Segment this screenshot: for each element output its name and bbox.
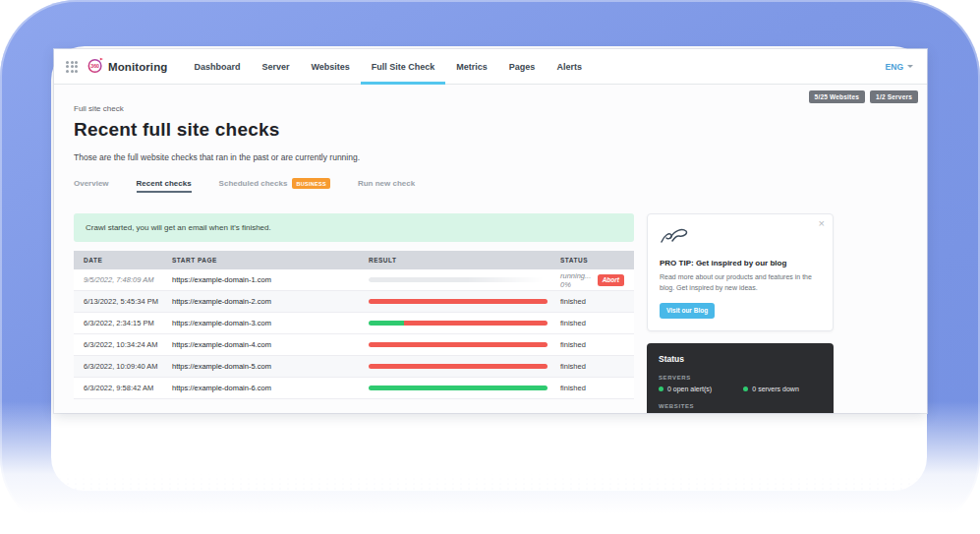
status-card-title: Status xyxy=(659,354,822,364)
checks-table: DATE START PAGE RESULT STATUS 9/5/2022, … xyxy=(74,251,634,399)
col-header-date: DATE xyxy=(84,257,172,264)
close-icon[interactable]: × xyxy=(819,217,825,229)
frame-bottom-fade xyxy=(0,401,980,534)
table-row[interactable]: 6/3/2022, 10:09:40 AM https://example-do… xyxy=(74,356,634,378)
svg-text:360: 360 xyxy=(90,63,99,69)
language-selector[interactable]: ENG xyxy=(886,49,913,84)
status-text: finished xyxy=(560,297,586,306)
nav-item-server[interactable]: Server xyxy=(251,49,300,84)
progress-bar xyxy=(369,342,548,347)
col-header-start-page: START PAGE xyxy=(172,257,369,264)
top-navbar: 360 Monitoring Dashboard Server Websites… xyxy=(54,49,927,85)
visit-blog-button[interactable]: Visit our Blog xyxy=(660,303,715,319)
page-subtitle: Those are the full website checks that r… xyxy=(74,152,907,162)
pro-tip-body: Read more about our products and feature… xyxy=(660,272,821,294)
progress-bar xyxy=(369,386,548,390)
status-text: finished xyxy=(560,319,586,327)
tab-bar: Overview Recent checks Scheduled checks … xyxy=(74,178,907,194)
col-header-status: STATUS xyxy=(560,257,624,264)
brand-area: 360 Monitoring xyxy=(66,49,167,84)
servers-section-label: SERVERS xyxy=(659,375,822,381)
screenshot-stage: 360 Monitoring Dashboard Server Websites… xyxy=(0,0,980,534)
table-row[interactable]: 6/3/2022, 9:58:42 AM https://example-dom… xyxy=(74,378,634,399)
col-header-result: RESULT xyxy=(369,257,560,264)
websites-usage-badge[interactable]: 5/25 Websites xyxy=(809,90,865,103)
servers-open-alerts: 0 open alert(s) xyxy=(659,386,743,392)
brand-name: Monitoring xyxy=(108,61,167,73)
breadcrumb: Full site check xyxy=(74,104,907,113)
table-header: DATE START PAGE RESULT STATUS xyxy=(74,251,634,269)
usage-badges: 5/25 Websites 1/2 Servers xyxy=(809,90,918,103)
nav-menu: Dashboard Server Websites Full Site Chec… xyxy=(183,49,593,84)
tab-overview[interactable]: Overview xyxy=(74,179,109,193)
progress-bar xyxy=(369,299,548,304)
blog-doodle-icon xyxy=(660,233,689,250)
chevron-down-icon xyxy=(907,65,913,68)
websites-section-label: WEBSITES xyxy=(659,403,822,409)
servers-usage-badge[interactable]: 1/2 Servers xyxy=(870,90,918,103)
language-label: ENG xyxy=(886,62,903,72)
business-badge: BUSINESS xyxy=(292,178,330,189)
logo-360-icon: 360 xyxy=(86,56,104,78)
page-title: Recent full site checks xyxy=(74,119,907,141)
abort-button[interactable]: Abort xyxy=(598,274,624,286)
servers-down: 0 servers down xyxy=(743,386,822,392)
pro-tip-title: PRO TIP: Get inspired by our blog xyxy=(660,259,821,267)
status-text: finished xyxy=(560,362,586,371)
tab-recent-checks[interactable]: Recent checks xyxy=(137,179,192,193)
nav-item-pages[interactable]: Pages xyxy=(498,49,547,84)
green-status-dot xyxy=(743,386,748,391)
tab-scheduled-checks[interactable]: Scheduled checks BUSINESS xyxy=(219,178,330,194)
table-row[interactable]: 6/13/2022, 5:45:34 PM https://example-do… xyxy=(74,291,634,313)
progress-bar xyxy=(369,277,548,282)
page-content: 5/25 Websites 1/2 Servers Full site chec… xyxy=(54,85,927,413)
nav-item-websites[interactable]: Websites xyxy=(300,49,360,84)
crawl-started-alert: Crawl started, you will get an email whe… xyxy=(74,213,634,242)
nav-item-full-site-check[interactable]: Full Site Check xyxy=(361,49,446,84)
nav-item-alerts[interactable]: Alerts xyxy=(546,49,593,84)
progress-bar xyxy=(369,321,548,326)
table-row[interactable]: 6/3/2022, 2:34:15 PM https://example-dom… xyxy=(74,313,634,334)
tab-run-new-check[interactable]: Run new check xyxy=(358,179,415,193)
status-text: finished xyxy=(560,340,586,349)
status-card: Status SERVERS 0 open alert(s) 0 servers… xyxy=(647,343,834,413)
table-row[interactable]: 6/3/2022, 10:34:24 AM https://example-do… xyxy=(74,334,634,356)
nav-item-dashboard[interactable]: Dashboard xyxy=(183,49,251,84)
logo[interactable]: 360 Monitoring xyxy=(86,56,167,78)
app-window: 360 Monitoring Dashboard Server Websites… xyxy=(54,49,927,413)
tab-scheduled-checks-label: Scheduled checks xyxy=(219,179,288,188)
pro-tip-card: × PRO TIP: Get inspired by our blog Read… xyxy=(647,213,834,331)
nav-item-metrics[interactable]: Metrics xyxy=(445,49,498,84)
app-launcher-icon[interactable] xyxy=(66,61,78,73)
green-status-dot xyxy=(659,386,663,391)
status-text: running... 0% xyxy=(560,271,592,289)
progress-bar xyxy=(369,364,548,369)
table-row[interactable]: 9/5/2022, 7:48:09 AM https://example-dom… xyxy=(74,269,634,291)
status-text: finished xyxy=(560,384,586,392)
